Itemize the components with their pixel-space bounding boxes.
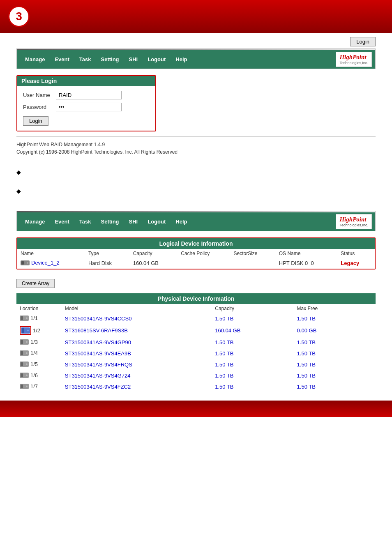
phys-col-maxfree: Max Free (294, 304, 376, 313)
nav-task-1[interactable]: Task (74, 55, 96, 63)
svg-point-8 (27, 329, 29, 331)
col-type: Type (85, 249, 130, 258)
logical-device-table: Name Type Capacity Cache Policy SectorSi… (17, 249, 375, 269)
ld-name[interactable]: Device_1_2 (17, 258, 85, 269)
phys-model[interactable]: ST31500341AS-9VS4CCS0 (62, 313, 212, 324)
phys-icon-location: 1/7 (16, 381, 62, 392)
phys-max-free: 1.50 TB (294, 337, 376, 348)
nav-event-1[interactable]: Event (50, 55, 74, 63)
col-os-name: OS Name (276, 249, 338, 258)
nav-logout-2[interactable]: Logout (143, 218, 171, 226)
svg-rect-13 (21, 351, 23, 355)
nav-setting-2[interactable]: Setting (96, 218, 124, 226)
divider-1 (16, 136, 376, 137)
ld-cache-policy (178, 258, 230, 269)
svg-rect-19 (21, 373, 23, 377)
phys-device-row: 1/4 ST31500341AS-9VS4EA9B1.50 TB1.50 TB (16, 348, 376, 359)
phys-model[interactable]: ST31500341AS-9VS4EA9B (62, 348, 212, 359)
login-submit-button[interactable]: Login (23, 116, 48, 126)
phys-capacity: 1.50 TB (212, 337, 293, 348)
logo-text-2: HighPoint (339, 216, 368, 223)
nav-logo-1: HighPoint Technologies,Inc. (336, 52, 372, 67)
physical-device-container: Physical Device Information Location Mod… (16, 293, 376, 392)
nav-setting-1[interactable]: Setting (96, 55, 124, 63)
drive-icon (20, 339, 29, 345)
phys-max-free: 1.50 TB (294, 359, 376, 370)
step-number: 3 (8, 6, 30, 27)
ld-type: Hard Disk (85, 258, 130, 269)
ld-capacity: 160.04 GB (130, 258, 178, 269)
password-input[interactable] (56, 103, 122, 111)
top-header: 3 (0, 0, 392, 33)
copyright-text: Copyright (c) 1996-2008 HighPoint Techno… (16, 149, 376, 155)
nav-event-2[interactable]: Event (50, 218, 74, 226)
nav-task-2[interactable]: Task (74, 218, 96, 226)
nav-help-2[interactable]: Help (171, 218, 192, 226)
nav-shi-1[interactable]: SHI (124, 55, 143, 63)
svg-rect-4 (21, 316, 23, 320)
drive-icon (20, 362, 29, 367)
phys-col-model: Model (62, 304, 212, 313)
ld-sector-size (230, 258, 275, 269)
phys-model[interactable]: ST31500341AS-9VS4GP90 (62, 337, 212, 348)
phys-col-capacity: Capacity (212, 304, 293, 313)
diamond-bullet-1: ◆ (16, 169, 21, 175)
phys-capacity: 1.50 TB (212, 348, 293, 359)
phys-col-loc: Location (16, 304, 62, 313)
nav-shi-2[interactable]: SHI (124, 218, 143, 226)
drive-icon (20, 373, 29, 378)
phys-model[interactable]: ST31500341AS-9VS4G724 (62, 370, 212, 381)
top-login-button[interactable]: Login (350, 37, 376, 46)
nav-manage-2[interactable]: Manage (20, 218, 50, 226)
login-box: Please Login User Name Password Login (16, 75, 156, 131)
col-name: Name (17, 249, 85, 258)
drive-icon (20, 315, 29, 321)
physical-device-header: Physical Device Information (16, 293, 376, 304)
phys-icon-location: 1/1 (16, 313, 62, 324)
create-array-button[interactable]: Create Array (16, 279, 55, 288)
phys-icon-location: 1/5 (16, 359, 62, 370)
phys-icon-location: 1/3 (16, 337, 62, 348)
svg-point-20 (26, 374, 28, 376)
phys-max-free: 1.50 TB (294, 381, 376, 392)
svg-rect-16 (21, 362, 23, 366)
phys-capacity: 1.50 TB (212, 370, 293, 381)
phys-max-free: 1.50 TB (294, 313, 376, 324)
col-cache-policy: Cache Policy (178, 249, 230, 258)
phys-model[interactable]: ST3160815SV-6RAF9S3B (62, 324, 212, 337)
phys-model[interactable]: ST31500341AS-9VS4FZC2 (62, 381, 212, 392)
logo-text-1: HighPoint (339, 54, 368, 61)
nav-bar-1: Manage Event Task Setting SHI Logout Hel… (16, 48, 376, 69)
bottom-footer (0, 401, 392, 417)
phys-device-row: 1/5 ST31500341AS-9VS4FRQS1.50 TB1.50 TB (16, 359, 376, 370)
nav-help-1[interactable]: Help (171, 55, 192, 63)
phys-model[interactable]: ST31500341AS-9VS4FRQS (62, 359, 212, 370)
nav-manage-1[interactable]: Manage (20, 55, 50, 63)
login-box-body: User Name Password Login (17, 86, 155, 131)
physical-device-table: Location Model Capacity Max Free 1/1 ST3… (16, 304, 376, 392)
drive-icon (20, 384, 29, 389)
logical-device-container: Logical Device Information Name Type Cap… (16, 237, 376, 269)
logo-subtext-2: Technologies,Inc. (339, 223, 368, 227)
nav-bar-2: Manage Event Task Setting SHI Logout Hel… (16, 211, 376, 231)
svg-point-14 (26, 352, 28, 354)
col-capacity: Capacity (130, 249, 178, 258)
svg-rect-1 (21, 261, 24, 265)
username-input[interactable] (56, 91, 122, 99)
phys-capacity: 160.04 GB (212, 324, 293, 337)
phys-max-free: 1.50 TB (294, 348, 376, 359)
phys-icon-location: 1/4 (16, 348, 62, 359)
svg-point-5 (26, 317, 28, 319)
col-sector-size: SectorSize (230, 249, 275, 258)
svg-point-23 (26, 385, 28, 387)
username-label: User Name (23, 92, 56, 98)
diamond-bullet-2: ◆ (16, 188, 21, 194)
ld-status: Legacy (337, 258, 375, 269)
phys-device-row: 1/6 ST31500341AS-9VS4G7241.50 TB1.50 TB (16, 370, 376, 381)
nav-logout-1[interactable]: Logout (143, 55, 171, 63)
logo-subtext-1: Technologies,Inc. (339, 61, 368, 65)
phys-max-free: 1.50 TB (294, 370, 376, 381)
nav-logo-2: HighPoint Technologies,Inc. (336, 214, 372, 229)
phys-device-row: 1/1 ST31500341AS-9VS4CCS01.50 TB1.50 TB (16, 313, 376, 324)
top-login-area: Login (0, 33, 392, 48)
